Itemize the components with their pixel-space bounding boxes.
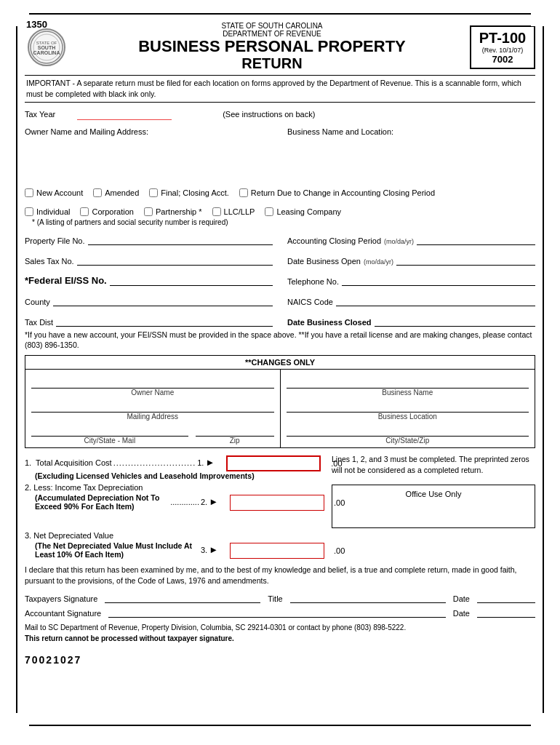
tax-year-input[interactable] xyxy=(77,108,172,120)
city-state-mail-field: City/State - Mail xyxy=(31,425,188,445)
line3-input-box: .00 xyxy=(230,543,324,559)
zip-clabel: Zip xyxy=(196,437,274,445)
city-zip-row: City/State - Mail Zip xyxy=(31,421,274,445)
city-state-zip-clabel: City/State/Zip xyxy=(287,437,529,445)
federal-ei-input[interactable] xyxy=(110,274,273,286)
line3-input[interactable] xyxy=(231,546,334,555)
tax-dist-input[interactable] xyxy=(56,315,273,327)
date-line xyxy=(477,591,535,603)
telephone-input[interactable] xyxy=(342,274,535,286)
corporation-label: Corporation xyxy=(92,207,133,216)
partnership-checkbox[interactable] xyxy=(144,207,153,216)
line1-note: Lines 1, 2, and 3 must be completed. The… xyxy=(332,454,535,480)
accounting-closing-input[interactable] xyxy=(417,234,535,245)
line2-dots: ............. xyxy=(170,498,199,506)
line3-spacer xyxy=(332,531,535,559)
new-account-checkbox-item: New Account xyxy=(25,188,83,197)
property-file-label: Property File No. xyxy=(25,236,85,245)
naics-input[interactable] xyxy=(336,295,535,306)
mailing-address-field: Mailing Address xyxy=(31,401,274,421)
amended-checkbox-item: Amended xyxy=(93,188,139,197)
line1-sub: (Excluding Licensed Vehicles and Leaseho… xyxy=(35,471,324,480)
corporation-checkbox-item: Corporation xyxy=(80,207,133,216)
llc-llp-checkbox[interactable] xyxy=(212,207,221,216)
two-col-fields-1: Property File No. Accounting Closing Per… xyxy=(25,229,535,245)
corner-number: 1350 xyxy=(26,19,47,30)
final-closing-checkbox[interactable] xyxy=(149,188,158,197)
warning-text: *If you have a new account, your FEI/SSN… xyxy=(25,330,535,351)
accounting-hint: (mo/da/yr) xyxy=(384,238,414,245)
arrow-icon-2: ► xyxy=(209,496,218,507)
line3-sub: (The Net Depreciated Value Must Include … xyxy=(35,541,199,559)
sc-seal: STATE OF SOUTH CAROLINA xyxy=(28,28,65,66)
accounting-closing-row: Accounting Closing Period (mo/da/yr) xyxy=(287,234,535,245)
line1-dots: ............................ xyxy=(113,458,196,467)
changes-right: Business Name Business Location City/Sta… xyxy=(281,370,535,447)
date-business-closed-input[interactable] xyxy=(375,315,535,327)
federal-ei-row: *Federal EI/SS No. xyxy=(25,274,273,286)
date-business-closed-row: Date Business Closed xyxy=(287,315,535,327)
line3-input-row: (The Net Depreciated Value Must Include … xyxy=(25,541,324,559)
new-account-checkbox[interactable] xyxy=(25,188,33,197)
llc-llp-label: LLC/LLP xyxy=(224,207,255,216)
mailing-address-clabel: Mailing Address xyxy=(31,413,274,421)
leasing-company-checkbox[interactable] xyxy=(265,207,273,216)
county-label: County xyxy=(25,298,50,306)
form-number-box: PT-100 (Rev. 10/1/07) 7002 xyxy=(470,25,535,69)
line2-input[interactable] xyxy=(231,498,334,507)
final-closing-label: Final; Closing Acct. xyxy=(161,188,229,197)
business-name-clabel: Business Name xyxy=(287,389,529,397)
main-numbers-section: 1. Total Acquisition Cost ..............… xyxy=(25,454,535,559)
owner-name-clabel: Owner Name xyxy=(31,389,274,397)
return-due-checkbox-item: Return Due to Change in Accounting Closi… xyxy=(239,188,435,197)
naics-row: NAICS Code xyxy=(287,295,535,306)
individual-checkbox[interactable] xyxy=(25,207,33,216)
arrow-icon-1: ► xyxy=(205,457,215,468)
header-section: STATE OF SOUTH CAROLINA STATE OF SOUTH C… xyxy=(25,20,535,72)
pt-code: 7002 xyxy=(477,54,528,65)
pt-revision: (Rev. 10/1/07) xyxy=(477,47,528,54)
sales-tax-input[interactable] xyxy=(77,254,273,266)
barcode-number: 70021027 xyxy=(25,654,535,666)
date-business-open-label: Date Business Open xyxy=(287,257,361,266)
final-closing-checkbox-item: Final; Closing Acct. xyxy=(149,188,229,197)
sales-tax-row: Sales Tax No. xyxy=(25,254,273,266)
line2-left: 2. Less: Income Tax Depreciation (Accumu… xyxy=(25,483,324,528)
mail-address: Mail to SC Department of Revenue, Proper… xyxy=(25,622,535,633)
business-col: Business Name and Location: xyxy=(287,127,535,178)
checkboxes-row2: Individual Corporation Partnership * LLC… xyxy=(25,207,535,216)
line2-row: 2. Less: Income Tax Depreciation (Accumu… xyxy=(25,483,535,528)
accounting-closing-label: Accounting Closing Period xyxy=(287,236,381,245)
business-location-clabel: Business Location xyxy=(287,413,529,421)
right-col-3: Telephone No. xyxy=(287,270,535,286)
arrow-icon-3: ► xyxy=(209,544,218,555)
office-use-only-label: Office Use Only xyxy=(332,485,535,528)
changes-left: Owner Name Mailing Address City/State - … xyxy=(25,370,281,447)
office-use-only-box: Office Use Only xyxy=(332,483,535,528)
line3-label: 3. Net Depreciated Value xyxy=(25,531,324,540)
date-business-open-input[interactable] xyxy=(396,254,535,266)
county-input[interactable] xyxy=(53,295,273,306)
form-title-line1: BUSINESS PERSONAL PROPERTY xyxy=(74,38,470,55)
mail-text: Mail to SC Department of Revenue, Proper… xyxy=(25,622,535,644)
owner-name-label: Owner Name and Mailing Address: xyxy=(25,127,148,136)
individual-checkbox-item: Individual xyxy=(25,207,70,216)
title-label: Title xyxy=(268,594,282,603)
left-col-2: Sales Tax No. xyxy=(25,250,273,266)
line3-row: 3. Net Depreciated Value (The Net Deprec… xyxy=(25,531,535,559)
return-due-checkbox[interactable] xyxy=(239,188,248,197)
city-state-mail-clabel: City/State - Mail xyxy=(31,437,188,445)
declaration-text: I declare that this return has been exam… xyxy=(25,565,535,586)
business-name-field: Business Name xyxy=(287,377,529,397)
leasing-company-label: Leasing Company xyxy=(276,207,341,216)
line2-sub: (Accumulated Depreciation Not To Exceed … xyxy=(35,493,169,511)
left-col-5: Tax Dist xyxy=(25,311,273,327)
svg-text:CAROLINA: CAROLINA xyxy=(33,50,60,55)
taxpayers-sig-line xyxy=(105,591,260,603)
line1-input[interactable] xyxy=(228,459,331,468)
right-col-5: Date Business Closed xyxy=(287,311,535,327)
business-location-field: Business Location xyxy=(287,401,529,421)
property-file-input[interactable] xyxy=(88,234,273,245)
corporation-checkbox[interactable] xyxy=(80,207,89,216)
amended-checkbox[interactable] xyxy=(93,188,102,197)
